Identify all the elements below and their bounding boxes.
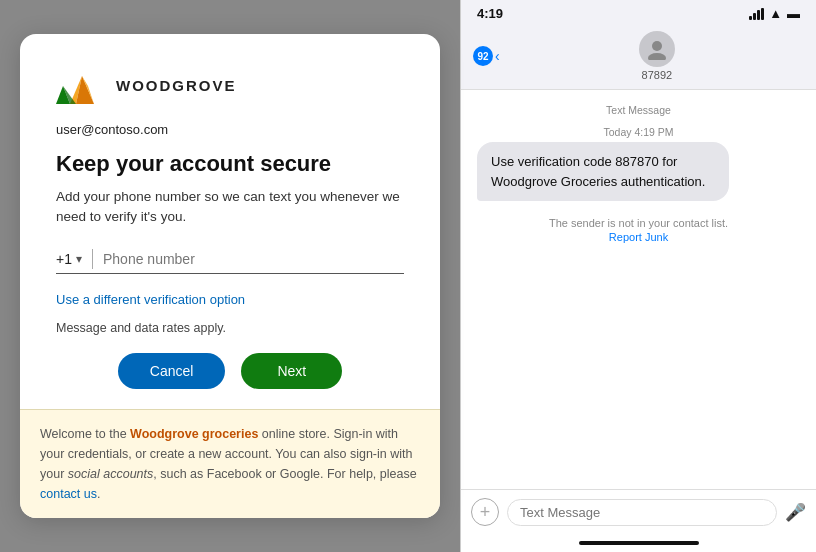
chevron-down-icon: ▾ [76,252,82,266]
not-in-contacts-notice: The sender is not in your contact list. [477,217,800,229]
rates-note: Message and data rates apply. [56,321,404,335]
message-area: Text Message Today 4:19 PM Use verificat… [461,90,816,489]
back-badge: 92 [473,46,493,66]
cancel-button[interactable]: Cancel [118,353,226,389]
battery-icon: ▬ [787,6,800,21]
footer-end: . [97,487,100,501]
msg-date-label: Today 4:19 PM [477,126,800,138]
country-code-value: +1 [56,251,72,267]
footer-text-3: , such as Facebook or Google. For help, … [153,467,416,481]
footer-social: social accounts [68,467,153,481]
page-title: Keep your account secure [56,151,404,177]
button-row: Cancel Next [56,353,404,389]
user-email: user@contoso.com [56,122,404,137]
country-code-selector[interactable]: +1 ▾ [56,251,82,267]
nav-bar: 92 ‹ 87892 [461,25,816,90]
avatar [639,31,675,67]
home-bar [579,541,699,545]
contact-info: 87892 [510,31,804,81]
report-junk-link[interactable]: Report Junk [477,231,800,243]
person-icon [646,38,668,60]
next-button[interactable]: Next [241,353,342,389]
microphone-icon[interactable]: 🎤 [785,502,806,523]
auth-card: WOODGROVE user@contoso.com Keep your acc… [20,34,440,519]
footer-brand: Woodgrove groceries [130,427,258,441]
woodgrove-logo [56,66,108,106]
page-subtitle: Add your phone number so we can text you… [56,187,404,228]
logo-label: WOODGROVE [116,77,237,94]
back-button[interactable]: 92 ‹ [473,46,500,66]
message-input-bar: + 🎤 [461,489,816,534]
status-bar: 4:19 ▲ ▬ [461,0,816,25]
add-attachment-button[interactable]: + [471,498,499,526]
logo-area: WOODGROVE [56,66,404,106]
left-panel: WOODGROVE user@contoso.com Keep your acc… [0,0,460,552]
message-bubble: Use verification code 887870 for Woodgro… [477,142,729,201]
signal-icon [749,8,764,20]
message-text-input[interactable] [507,499,777,526]
svg-point-5 [652,41,662,51]
phone-input[interactable] [103,251,404,267]
svg-point-6 [648,53,666,60]
phone-row: +1 ▾ [56,249,404,274]
chevron-left-icon: ‹ [495,48,500,64]
msg-type-label: Text Message [477,104,800,116]
right-panel: 4:19 ▲ ▬ 92 ‹ 87892 [460,0,816,552]
home-indicator [461,534,816,552]
footer-text-1: Welcome to the [40,427,130,441]
footer-banner: Welcome to the Woodgrove groceries onlin… [20,409,440,518]
sender-number: 87892 [642,69,673,81]
clock: 4:19 [477,6,503,21]
wifi-icon: ▲ [769,6,782,21]
status-icons: ▲ ▬ [749,6,800,21]
contact-us-link[interactable]: contact us [40,487,97,501]
divider [92,249,93,269]
alt-verification-link[interactable]: Use a different verification option [56,292,245,307]
